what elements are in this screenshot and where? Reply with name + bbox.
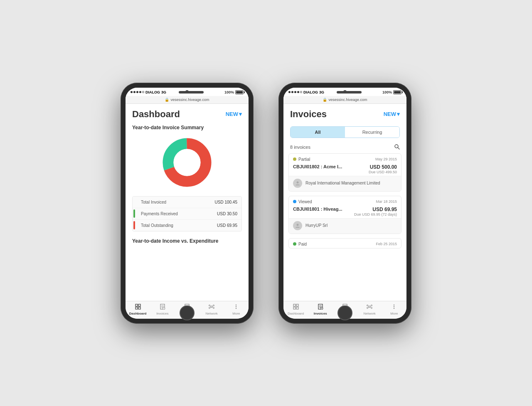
home-button-2[interactable] [337,305,352,320]
donut-svg [160,135,214,189]
invoice-date-2: Mar 18 2015 [376,199,397,204]
client-name-1: Royal International Management Limited [305,181,380,185]
tab-dashboard-1[interactable]: Dashboard [126,304,150,315]
tab-label-network-1: Network [206,312,218,315]
page-header-2: Invoices NEW ▾ [283,104,406,123]
svg-rect-35 [296,307,298,309]
svg-point-27 [236,308,236,308]
invoice-header-3: Paid Feb 25 2015 [289,239,401,248]
invoice-main-2: CBJUI01801 : Hiveag... USD 69.95 Due USD… [289,206,401,218]
battery-fill-1 [236,91,243,94]
status-left-1: DIALOG 3G [131,90,166,94]
invoice-amount-block-1: USD 500.00 Due USD 499.50 [369,164,397,174]
svg-rect-32 [293,304,296,306]
tab-label-more-2: More [390,312,398,315]
invoice-card-3[interactable]: Paid Feb 25 2015 [288,238,401,249]
tab-label-network-2: Network [364,312,376,315]
invoice-client-2: HurryUP Srl [289,218,401,234]
status-label-2: Viewed [298,199,312,204]
invoice-status-2: Viewed [293,199,312,204]
invoice-date-1: May 29 2015 [375,157,397,161]
page-content-2: Invoices NEW ▾ All Recurring 8 invoices [283,104,406,319]
svg-point-20 [213,307,214,308]
svg-point-55 [394,306,394,307]
summary-label-total: Total Invoiced [137,200,166,204]
invoice-id-2: CBJUI01801 : Hiveag... [293,207,342,212]
dot3 [136,91,138,93]
invoice-status-1: Partial [293,157,310,162]
invoice-id-1: CBJUI01802 : Acme I... [293,164,342,169]
tab-label-invoices-2: Invoices [314,312,327,315]
summary-value-outstanding: USD 69.95 [217,223,237,228]
network-icon-2 [367,304,372,311]
battery-fill-2 [394,91,401,94]
status-left-2: DIALOG 3G [288,90,324,94]
dot4-2 [297,91,299,93]
status-label-1: Partial [298,157,310,162]
dot3-2 [294,91,296,93]
svg-point-25 [236,304,236,305]
url-bar-2[interactable]: 🔒 vesessinc.hiveage.com [283,96,406,104]
svg-point-54 [394,304,394,305]
svg-rect-33 [296,304,298,306]
svg-point-49 [371,307,372,308]
summary-row-total: Total Invoiced USD 100.45 [133,197,241,208]
battery-icon-2 [393,90,401,94]
status-dot-paid [293,242,296,246]
svg-point-31 [297,224,299,226]
new-button-2[interactable]: NEW ▾ [384,111,400,117]
dashboard-body: Year-to-date Invoice Summary [126,123,249,301]
status-right-2: 100% [382,90,401,94]
tab-network-2[interactable]: Network [357,304,382,315]
invoice-count-text: 8 invoices [290,145,310,150]
status-label-3: Paid [298,242,307,246]
summary-value-payments: USD 30.50 [217,212,237,216]
tab-more-2[interactable]: More [382,304,406,315]
tab-invoices-2[interactable]: Invoices [308,304,332,315]
tab-invoices-1[interactable]: Invoices [150,304,175,315]
status-right-1: 100% [224,90,244,94]
page-header-1: Dashboard NEW ▾ [126,104,249,123]
filter-tab-all[interactable]: All [291,127,345,138]
tab-more-1[interactable]: More [224,304,249,315]
tab-label-dashboard-1: Dashboard [129,312,147,315]
new-button-1[interactable]: NEW ▾ [226,111,242,117]
invoice-amount-block-2: USD 69.95 Due USD 69.95 (72 days) [354,207,397,217]
tab-network-1[interactable]: Network [200,304,224,315]
invoice-header-2: Viewed Mar 18 2015 [289,196,401,206]
svg-point-26 [236,306,236,307]
phone-2: DIALOG 3G 13:19 100% 🔒 vesessinc.hiveage… [278,83,411,324]
network-type-1: 3G [161,90,166,94]
lock-icon-2: 🔒 [323,98,327,102]
app-container: DIALOG 3G 13:14 100% 🔒 vesessinc.hiveage… [104,66,428,340]
phone-screen-1: DIALOG 3G 13:14 100% 🔒 vesessinc.hiveage… [126,88,249,319]
donut-chart [132,135,242,189]
lock-icon-1: 🔒 [165,98,169,102]
invoice-client-1: Royal International Management Limited [289,176,401,191]
url-bar-1[interactable]: 🔒 vesessinc.hiveage.com [126,96,249,104]
svg-point-18 [213,305,214,306]
svg-rect-6 [135,307,138,309]
summary-table: Total Invoiced USD 100.45 Payments Recei… [132,196,242,231]
tab-dashboard-2[interactable]: Dashboard [283,304,308,315]
search-icon[interactable] [394,144,400,151]
filter-tab-recurring[interactable]: Recurring [345,127,399,138]
status-dot-viewed [293,200,296,203]
invoice-list: Partial May 29 2015 CBJUI01802 : Acme I.… [283,153,406,301]
dashboard-icon-2 [293,304,299,311]
invoice-due-2: Due USD 69.95 (72 days) [354,212,397,217]
svg-point-19 [209,307,210,308]
invoice-card-2[interactable]: Viewed Mar 18 2015 CBJUI01801 : Hiveag..… [288,196,401,234]
svg-rect-5 [138,304,140,306]
indicator-red [133,221,135,229]
svg-point-3 [174,149,201,176]
filter-tabs: All Recurring [290,126,400,138]
dot1 [131,91,133,93]
page-content-1: Dashboard NEW ▾ Year-to-date Invoice Sum… [126,104,249,319]
invoice-status-3: Paid [293,242,307,246]
home-button-1[interactable] [180,305,195,320]
invoice-card-1[interactable]: Partial May 29 2015 CBJUI01802 : Acme I.… [288,153,401,192]
chevron-down-icon-2: ▾ [397,111,400,117]
svg-rect-7 [138,307,140,309]
dot2 [133,91,135,93]
